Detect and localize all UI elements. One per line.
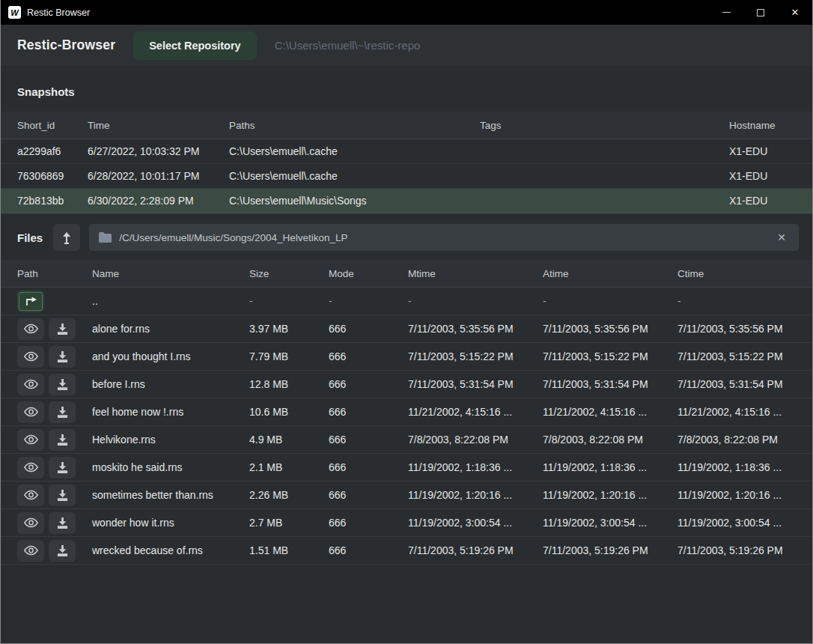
download-file-button[interactable] xyxy=(49,540,76,562)
file-atime: 11/21/2002, 4:15:16 ... xyxy=(543,406,678,418)
snapshot-paths: C:\Users\emuell\.cache xyxy=(229,170,480,182)
file-size: 3.97 MB xyxy=(249,323,329,335)
download-file-button[interactable] xyxy=(49,457,76,479)
snapshots-table: Short_id Time Paths Tags Hostname a2299a… xyxy=(1,112,812,213)
parent-atime: - xyxy=(543,295,678,307)
preview-file-button[interactable] xyxy=(17,346,44,368)
column-atime: Atime xyxy=(543,268,678,279)
download-file-button[interactable] xyxy=(49,429,76,451)
column-path: Path xyxy=(17,268,92,279)
download-file-button[interactable] xyxy=(49,318,76,340)
maximize-button[interactable] xyxy=(743,0,778,25)
snapshot-hostname: X1-EDU xyxy=(729,145,802,157)
close-button[interactable]: ✕ xyxy=(778,0,812,25)
file-atime: 11/19/2002, 1:20:16 ... xyxy=(543,489,678,501)
file-atime: 11/19/2002, 3:00:54 ... xyxy=(543,517,678,529)
window-controls: ✕ xyxy=(709,0,812,25)
preview-file-button[interactable] xyxy=(17,484,44,506)
eye-icon xyxy=(24,545,38,556)
column-tags: Tags xyxy=(480,120,729,131)
eye-icon xyxy=(24,490,38,500)
select-repository-button[interactable]: Select Repository xyxy=(133,31,257,60)
file-name: wonder how it.rns xyxy=(92,517,249,529)
snapshots-table-header: Short_id Time Paths Tags Hostname xyxy=(1,112,812,139)
file-name: alone for.rns xyxy=(92,323,249,335)
files-table: Path Name Size Mode Mtime Atime Ctime ..… xyxy=(1,260,812,565)
snapshot-time: 6/28/2022, 10:01:17 PM xyxy=(88,170,229,182)
file-row[interactable]: and you thought I.rns 7.79 MB 666 7/11/2… xyxy=(1,343,812,371)
download-file-button[interactable] xyxy=(49,512,76,534)
file-ctime: 11/19/2002, 1:18:36 ... xyxy=(678,461,802,473)
file-size: 1.51 MB xyxy=(249,544,329,556)
file-row[interactable]: alone for.rns 3.97 MB 666 7/11/2003, 5:3… xyxy=(1,315,812,343)
go-up-button[interactable] xyxy=(17,291,44,312)
download-file-button[interactable] xyxy=(49,401,76,423)
file-row[interactable]: feel home now !.rns 10.6 MB 666 11/21/20… xyxy=(1,398,812,426)
file-ctime: 7/11/2003, 5:31:54 PM xyxy=(678,378,802,390)
preview-file-button[interactable] xyxy=(17,512,44,534)
download-file-button[interactable] xyxy=(49,346,76,368)
snapshot-short-id: a2299af6 xyxy=(17,145,88,157)
window-title: Restic Browser xyxy=(27,7,90,18)
snapshot-short-id: 76306869 xyxy=(17,170,88,182)
file-size: 2.7 MB xyxy=(249,517,329,529)
maximize-icon xyxy=(757,9,764,16)
file-row[interactable]: wonder how it.rns 2.7 MB 666 11/19/2002,… xyxy=(1,509,812,537)
parent-directory-button[interactable] xyxy=(53,224,80,251)
repository-path: C:\Users\emuell\~\restic-repo xyxy=(275,39,421,52)
file-size: 7.79 MB xyxy=(249,350,329,362)
file-mode: 666 xyxy=(329,517,408,529)
file-ctime: 7/11/2003, 5:15:22 PM xyxy=(678,350,802,362)
files-section-title: Files xyxy=(17,231,43,244)
snapshot-row[interactable]: a2299af6 6/27/2022, 10:03:32 PM C:\Users… xyxy=(1,139,812,164)
clear-path-button[interactable]: ✕ xyxy=(774,230,789,245)
files-table-header: Path Name Size Mode Mtime Atime Ctime xyxy=(1,260,812,288)
snapshot-short-id: 72b813bb xyxy=(17,195,88,207)
column-hostname: Hostname xyxy=(729,120,802,131)
file-row[interactable]: sometimes better than.rns 2.26 MB 666 11… xyxy=(1,482,812,509)
download-icon xyxy=(57,379,68,390)
file-name: wrecked because of.rns xyxy=(92,544,249,556)
minimize-button[interactable] xyxy=(709,0,743,25)
file-mtime: 7/8/2003, 8:22:08 PM xyxy=(408,434,543,446)
file-size: 4.9 MB xyxy=(249,434,329,446)
preview-file-button[interactable] xyxy=(17,318,44,340)
parent-mode: - xyxy=(329,295,408,307)
file-atime: 11/19/2002, 1:18:36 ... xyxy=(543,461,678,473)
file-row[interactable]: Helvikone.rns 4.9 MB 666 7/8/2003, 8:22:… xyxy=(1,426,812,454)
folder-icon xyxy=(99,232,112,243)
snapshot-paths: C:\Users\emuell\.cache xyxy=(229,145,480,157)
file-ctime: 11/19/2002, 3:00:54 ... xyxy=(678,517,802,529)
eye-icon xyxy=(24,517,38,528)
download-file-button[interactable] xyxy=(49,374,76,395)
file-size: 2.1 MB xyxy=(249,461,329,473)
eye-icon xyxy=(24,434,38,445)
file-row[interactable]: before I.rns 12.8 MB 666 7/11/2003, 5:31… xyxy=(1,371,812,398)
download-icon xyxy=(57,407,68,418)
file-size: 2.26 MB xyxy=(249,489,329,501)
column-short-id: Short_id xyxy=(17,120,88,131)
preview-file-button[interactable] xyxy=(17,374,44,395)
file-ctime: 11/21/2002, 4:15:16 ... xyxy=(678,406,802,418)
file-row[interactable]: wrecked because of.rns 1.51 MB 666 7/11/… xyxy=(1,537,812,565)
file-atime: 7/11/2003, 5:35:56 PM xyxy=(543,323,678,335)
file-mode: 666 xyxy=(329,378,408,390)
file-name: before I.rns xyxy=(92,378,249,390)
parent-row[interactable]: .. - - - - - xyxy=(1,288,812,315)
snapshot-row[interactable]: 76306869 6/28/2022, 10:01:17 PM C:\Users… xyxy=(1,164,812,189)
preview-file-button[interactable] xyxy=(17,401,44,423)
file-row[interactable]: moskito he said.rns 2.1 MB 666 11/19/200… xyxy=(1,454,812,482)
column-time: Time xyxy=(88,120,229,131)
snapshot-row[interactable]: 72b813bb 6/30/2022, 2:28:09 PM C:\Users\… xyxy=(1,189,812,213)
titlebar: W Restic Browser ✕ xyxy=(1,0,812,25)
preview-file-button[interactable] xyxy=(17,540,44,562)
download-icon xyxy=(57,351,68,362)
preview-file-button[interactable] xyxy=(17,457,44,479)
wails-app-icon: W xyxy=(8,6,21,19)
download-file-button[interactable] xyxy=(49,484,76,506)
preview-file-button[interactable] xyxy=(17,429,44,451)
column-mtime: Mtime xyxy=(408,268,543,279)
file-mtime: 11/19/2002, 3:00:54 ... xyxy=(408,517,543,529)
current-path-bar[interactable]: /C/Users/emuell/Music/Songs/2004_Helveti… xyxy=(89,224,799,251)
snapshot-paths: C:\Users\emuell\Music\Songs xyxy=(229,195,480,207)
